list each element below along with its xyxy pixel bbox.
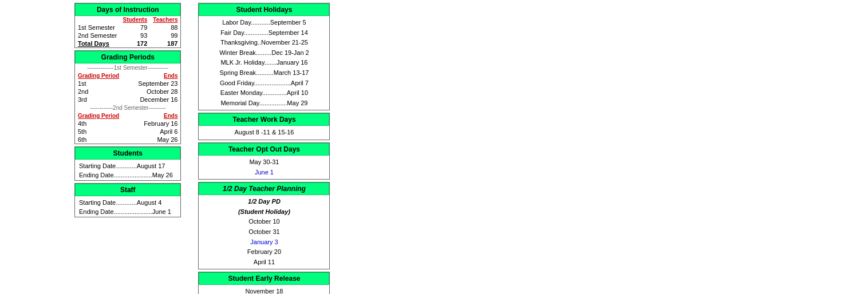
holiday-item-0: Labor Day...........September 5 [203, 18, 325, 28]
grading-period-col1: Grading Period [75, 72, 129, 80]
students-start: Starting Date............August 17 [76, 162, 179, 170]
students-end: Ending Date......................May 26 [76, 171, 179, 179]
staff-header: Staff [75, 184, 180, 196]
opt-out-date-0: May 30-31 [203, 157, 325, 168]
teacher-opt-out-section: Teacher Opt Out Days May 30-31 June 1 [198, 142, 330, 180]
grading-period-col2: Ends [129, 72, 180, 80]
center-panel: Days of Instruction Students Teachers 1s… [74, 3, 181, 294]
semester2-divider: ------------2nd Semester--------- [75, 104, 180, 112]
student-holidays-header: Student Holidays [199, 3, 329, 16]
total-teachers: 187 [150, 39, 180, 47]
half-day-subtitle2: (Student Holiday) [203, 207, 325, 217]
half-day-subtitle: 1/2 Day PD [203, 197, 325, 207]
teacher-opt-out-content: May 30-31 June 1 [199, 156, 329, 179]
semester2-label: 2nd Semester [75, 31, 120, 39]
gp2-period: 2nd [75, 88, 129, 96]
semester2-students: 93 [120, 31, 150, 39]
half-day-date-3: February 20 [203, 247, 325, 257]
semester1-divider: --------------1st Semester----------- [75, 63, 180, 72]
early-release-date-0: November 18 [203, 287, 325, 294]
grading-periods-header: Grading Periods [75, 51, 180, 63]
holiday-item-7: Easter Monday..............April 10 [203, 88, 325, 98]
student-early-release-content: November 18 December 16 May 5 May 26 [199, 285, 329, 294]
half-day-planning-header: 1/2 Day Teacher Planning [199, 182, 329, 195]
students-col-header: Students [120, 16, 150, 23]
half-day-planning-content: 1/2 Day PD (Student Holiday) October 10 … [199, 195, 329, 269]
teacher-work-days-section: Teacher Work Days August 8 -11 & 15-16 [198, 113, 330, 140]
half-day-date-2: January 3 [203, 237, 325, 248]
gp4-period: 4th [75, 120, 129, 128]
grading-period-col2-2nd: Ends [129, 112, 180, 120]
gp5-period: 5th [75, 128, 129, 136]
holiday-item-4: MLK Jr. Holiday.......January 16 [203, 58, 325, 68]
semester1-teachers: 88 [150, 23, 180, 31]
gp6-period: 6th [75, 136, 129, 144]
students-section: Students Starting Date............August… [74, 146, 181, 181]
holiday-item-3: Winter Break.........Dec 19-Jan 2 [203, 48, 325, 58]
staff-end: Ending Date......................June 1 [76, 208, 179, 216]
student-holidays-content: Labor Day...........September 5 Fair Day… [199, 16, 329, 110]
grading-period-col1-2nd: Grading Period [75, 112, 129, 120]
staff-section: Staff Starting Date............August 4 … [74, 183, 181, 217]
holiday-item-8: Memorial Day................May 29 [203, 98, 325, 109]
semester1-students: 79 [120, 23, 150, 31]
staff-start: Starting Date............August 4 [76, 198, 179, 206]
days-instruction-header: Days of Instruction [75, 3, 180, 16]
holiday-item-6: Good Friday.....................April 7 [203, 78, 325, 89]
semester2-teachers: 99 [150, 31, 180, 39]
gp3-period: 3rd [75, 96, 129, 104]
half-day-date-4: April 11 [203, 257, 325, 268]
teacher-work-days-content: August 8 -11 & 15-16 [199, 126, 329, 140]
half-day-date-1: October 31 [203, 227, 325, 237]
right-panel: Student Holidays Labor Day...........Sep… [198, 3, 330, 294]
total-days-label: Total Days [75, 39, 120, 47]
holiday-item-1: Fair Day..............September 14 [203, 28, 325, 38]
holiday-item-2: Thanksgiving..November 21-25 [203, 38, 325, 48]
gp4-ends: February 16 [129, 120, 180, 128]
gp2-ends: October 28 [129, 88, 180, 96]
teacher-work-days-header: Teacher Work Days [199, 113, 329, 126]
gp1-ends: September 23 [129, 80, 180, 88]
student-holidays-section: Student Holidays Labor Day...........Sep… [198, 3, 330, 110]
total-students: 172 [120, 39, 150, 47]
students-header: Students [75, 147, 180, 160]
semester1-label: 1st Semester [75, 23, 120, 31]
gp3-ends: December 16 [129, 96, 180, 104]
grading-periods-section: Grading Periods --------------1st Semest… [74, 50, 181, 144]
teacher-opt-out-header: Teacher Opt Out Days [199, 143, 329, 156]
half-day-date-0: October 10 [203, 217, 325, 227]
gp1-period: 1st [75, 80, 129, 88]
days-instruction-section: Days of Instruction Students Teachers 1s… [74, 3, 181, 48]
opt-out-date-1: June 1 [203, 168, 325, 178]
student-early-release-header: Student Early Release [199, 272, 329, 285]
gp6-ends: May 26 [129, 136, 180, 144]
half-day-planning-section: 1/2 Day Teacher Planning 1/2 Day PD (Stu… [198, 182, 330, 269]
teachers-col-header: Teachers [150, 16, 180, 23]
holiday-item-5: Spring Break..........March 13-17 [203, 68, 325, 78]
gp5-ends: April 6 [129, 128, 180, 136]
student-early-release-section: Student Early Release November 18 Decemb… [198, 272, 330, 294]
